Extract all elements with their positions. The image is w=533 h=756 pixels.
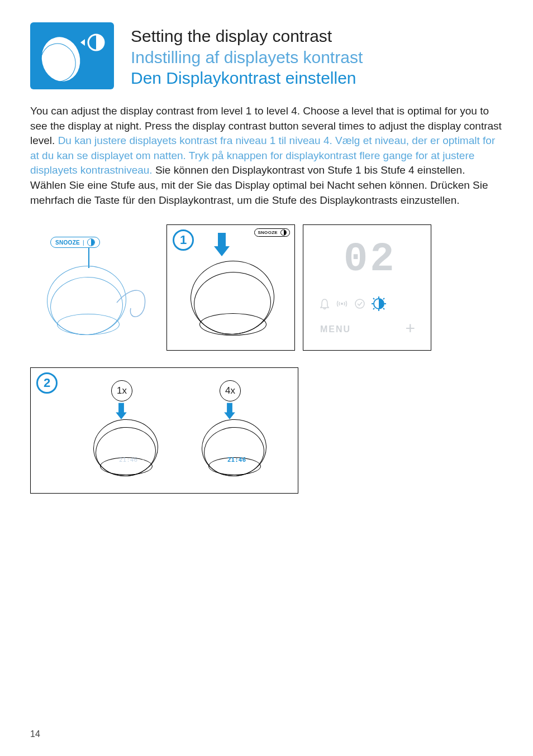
press-arrow-4x [224, 403, 235, 420]
figure-step-1: 1 SNOOZE [166, 224, 295, 351]
device-left-time: 21:46 [119, 456, 137, 463]
snooze-label: SNOOZE | [50, 237, 100, 248]
device-right-time: 21:46 [227, 456, 246, 463]
snooze-button-label: SNOOZE [254, 228, 290, 237]
svg-line-12 [373, 298, 374, 299]
radio-icon [336, 298, 348, 310]
device-base [57, 314, 120, 335]
display-icon-row [319, 296, 386, 311]
press-count-4x: 4x [220, 380, 241, 401]
svg-line-15 [373, 308, 374, 309]
header-row: Setting the display contrast Indstilling… [30, 22, 503, 89]
figure-row-2: 2 1x 21:46 4x 21:46 [30, 367, 503, 494]
menu-label: MENU [320, 324, 351, 334]
snooze-text: SNOOZE [55, 240, 80, 246]
svg-line-14 [383, 298, 384, 299]
bell-icon [319, 298, 330, 310]
contrast-icon [280, 229, 287, 236]
press-count-1x: 1x [111, 380, 132, 401]
power-cord [114, 280, 159, 331]
display-panel: 02 MENU + [310, 232, 424, 343]
step-2-badge: 2 [36, 372, 58, 394]
title-block: Setting the display contrast Indstilling… [131, 22, 503, 89]
figure-device-overview: SNOOZE | [30, 224, 159, 351]
svg-point-6 [355, 299, 364, 308]
title-de: Den Displaykontrast einstellen [131, 68, 503, 89]
display-digits: 02 [344, 243, 396, 277]
figures: SNOOZE | 1 SNOOZE [30, 224, 503, 494]
press-arrow [214, 233, 230, 257]
figure-display: 02 MENU + [303, 224, 431, 351]
contrast-icon [87, 238, 95, 246]
contrast-icon-active [372, 296, 386, 311]
callout-line [88, 248, 89, 268]
page-number: 14 [30, 729, 40, 739]
press-arrow-1x [116, 403, 127, 420]
plus-icon: + [405, 319, 415, 338]
body-text: You can adjust the display contrast from… [30, 104, 503, 208]
title-da: Indstilling af displayets kontrast [131, 47, 503, 68]
figure-row-1: SNOOZE | 1 SNOOZE [30, 224, 503, 351]
device-base [199, 313, 266, 336]
step-1-badge: 1 [173, 229, 194, 251]
section-icon [30, 22, 114, 89]
svg-line-13 [383, 308, 384, 309]
title-en: Setting the display contrast [131, 26, 503, 47]
clock-check-icon [354, 298, 366, 310]
svg-point-5 [341, 303, 343, 305]
figure-step-2: 2 1x 21:46 4x 21:46 [30, 367, 298, 494]
